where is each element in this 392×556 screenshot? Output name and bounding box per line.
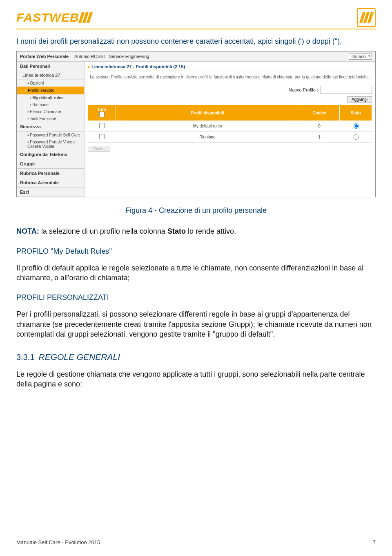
page-header: FASTWEB bbox=[16, 8, 376, 29]
intro-paragraph: I nomi dei profili personalizzati non po… bbox=[16, 37, 376, 46]
subsection-heading: 3.3.1 REGOLE GENERALI bbox=[16, 352, 376, 362]
sidebar-item-esci[interactable]: Esci bbox=[17, 188, 84, 197]
add-button[interactable]: Aggiungi bbox=[347, 96, 372, 103]
delete-button[interactable]: Elimina bbox=[88, 146, 110, 152]
sidebar-item-pwd-selfcare[interactable]: ▪ Password Portale Self Care bbox=[17, 132, 84, 138]
sidebar-item-dati-personali[interactable]: Dati Personali bbox=[17, 62, 84, 71]
row-name[interactable]: My default rules bbox=[116, 121, 299, 132]
table-row: Riunione 1 bbox=[88, 132, 372, 143]
row-state-radio[interactable] bbox=[354, 134, 359, 140]
col-profili: Profili disponibili bbox=[116, 105, 299, 121]
col-codice: Codice bbox=[299, 105, 340, 121]
sidebar-item-configura-telefono[interactable]: Configura da Telefono bbox=[17, 150, 84, 159]
select-all-checkbox[interactable] bbox=[99, 112, 105, 117]
language-select[interactable]: Italiano bbox=[349, 53, 372, 60]
row-checkbox[interactable] bbox=[99, 134, 105, 139]
portal-breadcrumb: Linea telefonica 27 - Profili disponibil… bbox=[88, 64, 372, 71]
row-state-radio[interactable] bbox=[354, 123, 359, 129]
logo-stripes-icon bbox=[80, 12, 91, 23]
new-profile-label: Nuovo Profilo : bbox=[289, 87, 318, 92]
portal-main: Linea telefonica 27 - Profili disponibil… bbox=[85, 62, 375, 197]
fastweb-logo: FASTWEB bbox=[16, 11, 91, 25]
row-name[interactable]: Riunione bbox=[116, 132, 299, 143]
portal-top-bar: Portale Web Personale Antonio ROSSI - Se… bbox=[17, 51, 375, 62]
sidebar-item-opzioni[interactable]: ▪ Opzioni bbox=[17, 80, 84, 87]
subsection-number: 3.3.1 bbox=[16, 353, 34, 362]
section-pers-body: Per i profili personalizzati, si possono… bbox=[16, 309, 376, 339]
section-default-head: PROFILO "My Default Rules" bbox=[16, 247, 376, 256]
col-stato: Stato bbox=[340, 105, 372, 121]
page-footer: Manuale Self Care - Evolution 2015 7 bbox=[16, 539, 376, 545]
subsection-title: REGOLE GENERALI bbox=[38, 352, 120, 362]
embedded-screenshot: Portale Web Personale Antonio ROSSI - Se… bbox=[16, 51, 376, 197]
row-checkbox[interactable] bbox=[99, 123, 105, 128]
table-row: My default rules 0 bbox=[88, 121, 372, 132]
profiles-table: Tutti Profili disponibili Codice Stato M… bbox=[88, 105, 372, 143]
logo-badge-icon bbox=[357, 8, 376, 27]
logo-text: FASTWEB bbox=[16, 11, 79, 25]
portal-user: Antonio ROSSI - Service-Engineering bbox=[74, 54, 149, 59]
new-profile-input[interactable] bbox=[321, 86, 372, 94]
portal-title: Portale Web Personale bbox=[20, 54, 69, 59]
col-tutti: Tutti bbox=[88, 105, 116, 121]
page-number: 7 bbox=[373, 539, 376, 545]
row-code: 1 bbox=[299, 132, 340, 143]
sidebar-item-rubrica-personale[interactable]: Rubrica Personale bbox=[17, 169, 84, 178]
portal-sidebar: Dati Personali Linea telefonica 27 ▪ Opz… bbox=[17, 62, 85, 197]
sidebar-item-tasti-funzione[interactable]: ▪ Tasti Funzione bbox=[17, 115, 84, 122]
section-default-body: Il profilo di default applica le regole … bbox=[16, 263, 376, 283]
row-code: 0 bbox=[299, 121, 340, 132]
sidebar-item-profilo-servizio[interactable]: Profilo servizio bbox=[17, 87, 84, 94]
sidebar-item-my-default-rules[interactable]: ▪ My default rules bbox=[17, 94, 84, 101]
sidebar-item-riunione[interactable]: ▪ Riunione bbox=[17, 101, 84, 108]
sidebar-item-gruppi[interactable]: Gruppi bbox=[17, 159, 84, 169]
sidebar-item-elenco-chiamate[interactable]: ▪ Elenco Chiamate bbox=[17, 108, 84, 115]
portal-description: La sezione Profilo servizio permette di … bbox=[88, 74, 372, 80]
sidebar-item-linea-telefonica[interactable]: Linea telefonica 27 bbox=[17, 71, 84, 80]
figure-caption: Figura 4 - Creazione di un profilo perso… bbox=[16, 206, 376, 215]
footer-title: Manuale Self Care - Evolution 2015 bbox=[16, 539, 100, 545]
sidebar-item-pwd-voce[interactable]: ▪ Password Portale Voce e Casella Vocale bbox=[17, 138, 84, 150]
subsection-body: Le regole di gestione chiamata che vengo… bbox=[16, 369, 376, 389]
sidebar-item-rubrica-aziendale[interactable]: Rubrica Aziendale bbox=[17, 178, 84, 188]
nota-label: NOTA: bbox=[16, 227, 39, 235]
sidebar-item-sicurezza[interactable]: Sicurezza bbox=[17, 122, 84, 132]
section-pers-head: PROFILI PERSONALIZZATI bbox=[16, 293, 376, 302]
nota-paragraph: NOTA: la selezione di un profilo nella c… bbox=[16, 226, 376, 236]
